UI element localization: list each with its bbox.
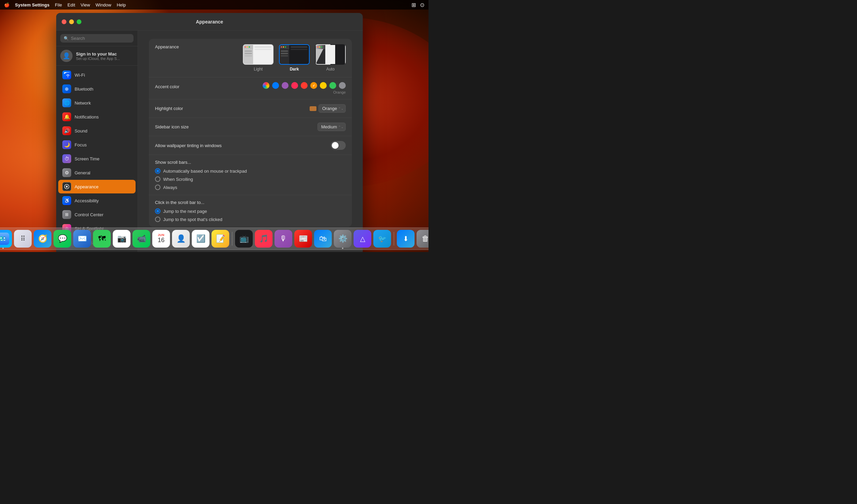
apple-menu[interactable]: 🍎 [4, 2, 10, 7]
accent-color-purple[interactable] [282, 82, 289, 89]
click-spot-option[interactable]: Jump to the spot that's clicked [155, 217, 346, 222]
menubar-window[interactable]: Window [95, 2, 111, 7]
sidebar-item-desktop[interactable]: 🖥 Desktop & Dock [58, 250, 136, 252]
dock-music[interactable]: 🎵 [255, 230, 272, 248]
appearance-option-light[interactable]: Light [243, 44, 274, 72]
dock-alinear[interactable]: △ [354, 230, 371, 248]
accent-color-multicolor[interactable] [263, 82, 269, 89]
menubar: 🍎 System Settings File Edit View Window … [0, 0, 429, 10]
sidebar-item-bluetooth[interactable]: ⊕ Bluetooth [58, 82, 136, 96]
dock-notes[interactable]: 📝 [212, 230, 229, 248]
sidebar-icon-size-select[interactable]: Medium Small Large [317, 123, 346, 131]
menubar-control-center-icon[interactable]: ⊞ [411, 2, 416, 8]
highlight-color-row: Highlight color Orange [149, 99, 352, 118]
appearance-label: Appearance [75, 184, 98, 189]
dock-twitter[interactable]: 🐦 [373, 230, 391, 248]
dock-photos[interactable]: 📷 [113, 230, 130, 248]
auto-label: Auto [326, 67, 335, 72]
network-icon: 🌐 [62, 98, 71, 107]
sidebar-item-network[interactable]: 🌐 Network [58, 96, 136, 110]
accent-color-blue[interactable] [272, 82, 279, 89]
person-icon: 👤 [63, 52, 70, 60]
wallpaper-tinting-toggle[interactable] [331, 141, 346, 150]
menubar-view[interactable]: View [81, 2, 90, 7]
click-next-page-label: Jump to the next page [163, 209, 207, 214]
window-maximize-button[interactable] [77, 19, 81, 24]
dock-launchpad[interactable]: ⠿ [14, 230, 32, 248]
accent-color-graphite[interactable] [339, 82, 346, 89]
sidebar-item-controlcenter[interactable]: ⊞ Control Center [58, 208, 136, 221]
signin-subtitle: Set up iCloud, the App S... [76, 57, 120, 61]
sidebar-item-sound[interactable]: 🔊 Sound [58, 124, 136, 138]
dock-appstore[interactable]: 🛍 [314, 230, 332, 248]
sidebar-item-appearance[interactable]: Appearance [58, 180, 136, 193]
sidebar-item-screentime[interactable]: ⏱ Screen Time [58, 152, 136, 166]
menubar-spotlight-icon[interactable]: ⊙ [420, 2, 424, 8]
window-minimize-button[interactable] [69, 19, 74, 24]
menubar-app-title[interactable]: System Settings [15, 2, 49, 7]
accent-color-green[interactable] [329, 82, 336, 89]
controlcenter-label: Control Center [75, 212, 104, 217]
dock-contacts[interactable]: 👤 [172, 230, 190, 248]
light-label: Light [254, 67, 263, 72]
bluetooth-icon: ⊕ [62, 84, 71, 93]
scroll-scrolling-option[interactable]: When Scrolling [155, 176, 346, 182]
network-label: Network [75, 100, 91, 106]
dock-calendar[interactable]: JUN 16 [152, 230, 170, 248]
dock-mail[interactable]: ✉️ [73, 230, 91, 248]
menubar-edit[interactable]: Edit [67, 2, 75, 7]
accent-color-row: Accent color [149, 77, 352, 99]
dock-messages[interactable]: 💬 [53, 230, 71, 248]
highlight-color-label: Highlight color [155, 106, 310, 111]
accent-color-pink[interactable] [291, 82, 298, 89]
accent-color-yellow[interactable] [320, 82, 327, 89]
sidebar-item-notifications[interactable]: 🔔 Notifications [58, 110, 136, 124]
menubar-help[interactable]: Help [117, 2, 126, 7]
appearance-preview-dark [279, 44, 310, 65]
sidebar-item-wifi[interactable]: Wi-Fi [58, 68, 136, 82]
dock-maps[interactable]: 🗺 [93, 230, 111, 248]
dock-facetime[interactable]: 📹 [133, 230, 150, 248]
svg-point-7 [4, 237, 5, 239]
dock-appletv[interactable]: 📺 [235, 230, 253, 248]
click-next-page-radio[interactable] [155, 208, 160, 214]
click-spot-radio[interactable] [155, 217, 160, 222]
sidebar-item-focus[interactable]: 🌙 Focus [58, 138, 136, 152]
search-box[interactable]: 🔍 [60, 34, 134, 43]
dock-downloads[interactable]: ⬇ [397, 230, 415, 248]
notifications-label: Notifications [75, 114, 99, 120]
signin-item[interactable]: 👤 Sign in to your Mac Set up iCloud, the… [56, 46, 138, 66]
dock-reminders[interactable]: ☑️ [192, 230, 209, 248]
window-close-button[interactable] [62, 19, 66, 24]
click-spot-label: Jump to the spot that's clicked [163, 217, 222, 222]
dock-systemprefs[interactable]: ⚙️ [334, 230, 352, 248]
sidebar-item-general[interactable]: ⚙ General [58, 166, 136, 179]
search-input[interactable] [71, 36, 130, 41]
appearance-icon [62, 182, 71, 191]
menubar-file[interactable]: File [55, 2, 62, 7]
click-scroll-label: Click in the scroll bar to... [155, 200, 346, 205]
dock-news[interactable]: 📰 [294, 230, 312, 248]
highlight-color-select[interactable]: Orange [318, 104, 346, 113]
wifi-label: Wi-Fi [75, 73, 85, 78]
system-settings-window: Appearance 🔍 👤 Sign in to your Mac Set u… [56, 13, 363, 252]
appearance-option-auto[interactable]: Auto [315, 44, 346, 72]
scroll-auto-option[interactable]: Automatically based on mouse or trackpad [155, 168, 346, 174]
scroll-always-radio[interactable] [155, 185, 160, 190]
window-titlebar: Appearance [56, 13, 363, 31]
dock-finder[interactable] [0, 230, 12, 248]
appearance-preview-light [243, 44, 274, 65]
accent-color-orange[interactable] [310, 82, 317, 89]
appearance-option-dark[interactable]: Dark [279, 44, 310, 72]
scroll-auto-radio[interactable] [155, 168, 160, 174]
sidebar-item-accessibility[interactable]: ♿ Accessibility [58, 194, 136, 207]
click-next-page-option[interactable]: Jump to the next page [155, 208, 346, 214]
scroll-always-option[interactable]: Always [155, 185, 346, 190]
general-icon: ⚙ [62, 168, 71, 177]
appearance-mode-label: Appearance [155, 44, 243, 49]
dock-trash[interactable]: 🗑 [417, 230, 429, 248]
accent-color-red[interactable] [301, 82, 308, 89]
dock-podcasts[interactable]: 🎙 [275, 230, 292, 248]
dock-safari[interactable]: 🧭 [34, 230, 51, 248]
scroll-scrolling-radio[interactable] [155, 176, 160, 182]
